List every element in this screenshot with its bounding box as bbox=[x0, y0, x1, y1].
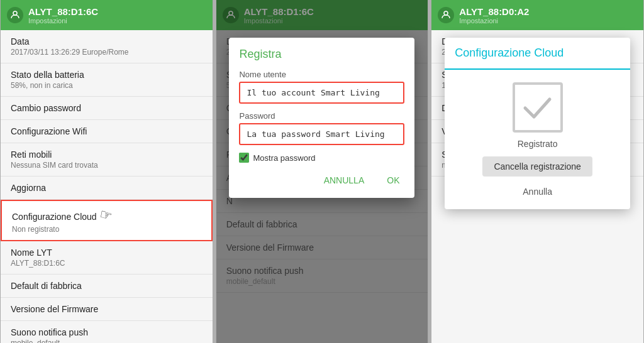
hand-cursor-icon: ☞ bbox=[97, 206, 114, 225]
menu-item-title-p1-8: Default di fabbrica bbox=[11, 281, 203, 291]
password-input[interactable] bbox=[239, 123, 404, 145]
menu-item-p1-3[interactable]: Configurazione Wifi bbox=[1, 120, 213, 143]
checkmark-circle bbox=[513, 82, 563, 133]
menu-item-subtitle-p1-4: Nessuna SIM card trovata bbox=[11, 161, 203, 170]
menu-item-title-p1-0: Data bbox=[11, 36, 203, 46]
menu-list-1: Data2017/03/11 13:26:29 Europe/RomeStato… bbox=[1, 30, 213, 343]
menu-item-subtitle-p1-1: 58%, non in carica bbox=[11, 81, 203, 90]
registered-text: Registrato bbox=[518, 139, 558, 149]
cloud-dialog-body: Registrato Cancella registrazione Annull… bbox=[445, 70, 630, 209]
mostra-password-checkbox[interactable] bbox=[239, 153, 249, 163]
nome-input[interactable] bbox=[239, 82, 404, 104]
menu-item-p1-0[interactable]: Data2017/03/11 13:26:29 Europe/Rome bbox=[1, 30, 213, 63]
menu-item-title-p1-5: Aggiorna bbox=[11, 183, 203, 193]
cloud-annulla-button[interactable]: Annulla bbox=[523, 187, 552, 197]
panel-3: ALYT_88:D0:A2 Impostazioni Data2017/02/1… bbox=[431, 0, 644, 343]
menu-item-title-p1-7: Nome LYT bbox=[11, 248, 203, 258]
panel-2: ALYT_88:D1:6C Impostazioni Data2017/03/1… bbox=[216, 0, 429, 343]
menu-item-p1-5[interactable]: Aggiorna bbox=[1, 177, 213, 200]
menu-item-title-p1-2: Cambio password bbox=[11, 103, 203, 113]
svg-point-0 bbox=[13, 11, 17, 15]
menu-item-p1-8[interactable]: Default di fabbrica bbox=[1, 275, 213, 298]
ok-button[interactable]: OK bbox=[382, 173, 404, 188]
menu-item-p1-1[interactable]: Stato della batteria58%, non in carica bbox=[1, 63, 213, 97]
mostra-password-label: Mostra password bbox=[253, 153, 315, 163]
menu-item-title-p1-3: Configurazione Wifi bbox=[11, 126, 203, 136]
menu-item-subtitle-p1-0: 2017/03/11 13:26:29 Europe/Rome bbox=[11, 48, 203, 57]
registra-dialog: Registra Nome utente Password Mostra pas… bbox=[229, 38, 414, 198]
menu-item-p1-10[interactable]: Suono notifica pushmobile_default bbox=[1, 321, 213, 343]
cloud-dialog-title: Configurazione Cloud bbox=[455, 46, 620, 60]
header-title-1: ALYT_88:D1:6C bbox=[28, 6, 98, 17]
header-subtitle-1: Impostazioni bbox=[28, 17, 98, 24]
menu-item-p1-9[interactable]: Versione del Firmware bbox=[1, 298, 213, 321]
menu-item-subtitle-p1-6: Non registrato bbox=[12, 225, 201, 234]
panel-1: ALYT_88:D1:6C Impostazioni Data2017/03/1… bbox=[0, 0, 213, 343]
password-label: Password bbox=[239, 111, 404, 121]
app-icon-1 bbox=[7, 7, 23, 23]
menu-item-title-p1-6: Configurazione Cloud☞ bbox=[12, 207, 201, 224]
menu-item-title-p1-4: Reti mobili bbox=[11, 150, 203, 160]
dialog-overlay-2: Registra Nome utente Password Mostra pas… bbox=[216, 0, 428, 343]
menu-item-title-p1-1: Stato della batteria bbox=[11, 70, 203, 80]
menu-item-title-p1-9: Versione del Firmware bbox=[11, 304, 203, 314]
menu-item-p1-7[interactable]: Nome LYTALYT_88:D1:6C bbox=[1, 241, 213, 275]
mostra-password-row: Mostra password bbox=[239, 153, 404, 163]
nome-label: Nome utente bbox=[239, 70, 404, 79]
cloud-dialog: Configurazione Cloud Registrato Cancella… bbox=[445, 38, 630, 209]
header-text-1: ALYT_88:D1:6C Impostazioni bbox=[28, 6, 98, 24]
menu-item-subtitle-p1-7: ALYT_88:D1:6C bbox=[11, 259, 203, 268]
dialog-title: Registra bbox=[239, 48, 404, 61]
annulla-button[interactable]: Annulla bbox=[319, 173, 370, 188]
header-1: ALYT_88:D1:6C Impostazioni bbox=[1, 0, 213, 30]
menu-item-p1-2[interactable]: Cambio password bbox=[1, 97, 213, 120]
menu-item-p1-6[interactable]: Configurazione Cloud☞Non registrato bbox=[1, 200, 213, 241]
cancel-registration-button[interactable]: Cancella registrazione bbox=[482, 156, 592, 177]
cloud-dialog-header: Configurazione Cloud bbox=[445, 38, 630, 70]
checkmark-icon bbox=[520, 90, 555, 125]
menu-item-subtitle-p1-10: mobile_default bbox=[11, 339, 203, 343]
menu-item-p1-4[interactable]: Reti mobiliNessuna SIM card trovata bbox=[1, 143, 213, 177]
menu-item-title-p1-10: Suono notifica push bbox=[11, 327, 203, 337]
dialog-actions: Annulla OK bbox=[239, 173, 404, 188]
cloud-dialog-overlay: Configurazione Cloud Registrato Cancella… bbox=[431, 0, 643, 343]
